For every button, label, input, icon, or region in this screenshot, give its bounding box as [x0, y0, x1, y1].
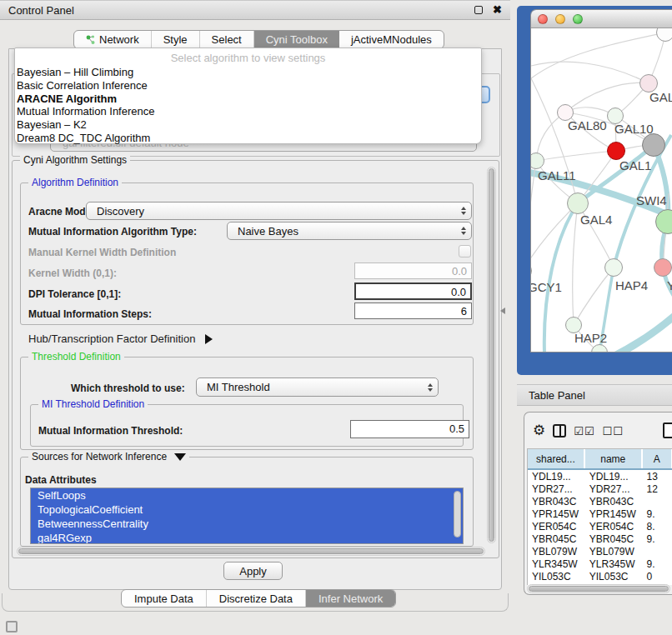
settings-vertical-scrollbar[interactable]	[487, 167, 496, 543]
aracne-mode-value: Discovery	[87, 205, 456, 218]
collapsed-arrow-icon[interactable]	[205, 334, 213, 344]
table-horizontal-scrollbar[interactable]	[527, 584, 670, 593]
table-row[interactable]: YBR043CYBR043C	[528, 495, 672, 508]
mi-threshold-value: 0.5	[449, 422, 464, 435]
expanded-arrow-icon[interactable]	[174, 453, 186, 461]
data-attribute-item[interactable]: gal4RGexp	[31, 531, 463, 544]
network-window[interactable]: GAL7GAL80GAL10GAL1GAL11GAL4SWI4HAP4YGCY1…	[530, 9, 672, 352]
network-node-hap4[interactable]	[604, 258, 623, 277]
bottom-tab-infer-network[interactable]: Infer Network	[306, 590, 395, 607]
deselect-all-checkboxes-icon[interactable]: ☐☐	[603, 425, 624, 438]
float-window-icon[interactable]	[474, 6, 483, 14]
kernel-width-field: 0.0	[354, 262, 472, 279]
algorithm-option[interactable]: Mutual Information Inference	[15, 105, 481, 118]
control-panel-title: Control Panel	[8, 4, 74, 17]
table-row[interactable]: YBR045CYBR045C9.	[528, 532, 672, 545]
which-threshold-select[interactable]: MI Threshold	[196, 378, 439, 397]
table-row[interactable]: YLR345WYLR345W9.	[528, 558, 672, 570]
attribute-list-scrollbar[interactable]	[454, 491, 461, 538]
table-row[interactable]: YBL079WYBL079W	[528, 545, 672, 558]
close-icon[interactable]: ✖	[493, 6, 502, 14]
column-header[interactable]: name	[585, 449, 643, 468]
manual-kernel-width-checkbox[interactable]	[459, 245, 471, 258]
gear-icon[interactable]: ⚙	[533, 423, 545, 438]
network-canvas[interactable]: GAL7GAL80GAL10GAL1GAL11GAL4SWI4HAP4YGCY1…	[531, 28, 672, 352]
table-cell: 9.	[643, 558, 672, 570]
network-node-gal1[interactable]	[607, 142, 625, 160]
node-label: SWI4	[636, 193, 667, 208]
algorithm-option[interactable]: Bayesian – K2	[15, 118, 481, 132]
minimize-traffic-light-icon[interactable]	[555, 14, 565, 24]
table-row[interactable]: YER054CYER054C8.	[528, 520, 672, 532]
table-cell: YBL079W	[585, 545, 643, 558]
tab-jactivemnodules[interactable]: jActiveMNodules	[339, 31, 444, 48]
hub-definition-expander[interactable]: Hub/Transcription Factor Definition	[28, 332, 213, 345]
node-label: GAL80	[568, 118, 607, 132]
table-row[interactable]: YDL19...YDL19...13	[528, 470, 672, 482]
data-attribute-item[interactable]: SelfLoops	[31, 488, 463, 502]
tab-cyni-toolbox[interactable]: Cyni Toolbox	[254, 31, 339, 48]
control-panel-titlebar[interactable]: Control Panel ✖	[0, 0, 510, 20]
tab-label: Cyni Toolbox	[266, 33, 328, 46]
aracne-mode-select[interactable]: Discovery	[86, 202, 472, 220]
mi-steps-field[interactable]: 6	[354, 302, 472, 319]
mi-threshold-label: Mutual Information Threshold:	[38, 425, 183, 437]
table-panel-titlebar[interactable]: Table Panel	[517, 384, 672, 406]
column-header[interactable]: A	[643, 449, 672, 468]
combo-arrows-icon	[423, 383, 438, 392]
kernel-width-value: 0.0	[452, 265, 467, 278]
table-cell: 12	[643, 482, 672, 495]
aracne-mode-label: Aracne Mode:	[28, 206, 94, 218]
data-attribute-item[interactable]: BetweennessCentrality	[31, 517, 463, 531]
node-table: shared...nameA YDL19...YDL19...13YDR27..…	[527, 448, 672, 585]
columns-icon[interactable]	[553, 424, 566, 438]
hub-definition-label: Hub/Transcription Factor Definition	[28, 332, 195, 345]
network-node-gal4[interactable]	[567, 192, 589, 214]
table-cell: YER054C	[585, 520, 643, 532]
algorithm-option[interactable]: Basic Correlation Inference	[15, 79, 481, 92]
select-all-checkboxes-icon[interactable]: ☑☑	[574, 425, 594, 438]
network-node-y[interactable]	[654, 258, 672, 277]
settings-horizontal-scrollbar[interactable]	[17, 547, 485, 556]
dpi-tolerance-label: DPI Tolerance [0,1]:	[28, 288, 121, 300]
table-window: ⚙ ☑☑ ☐☐ shared...nameA YDL19...YDL19...1…	[524, 412, 672, 595]
dpi-tolerance-field[interactable]: 0.0	[354, 282, 472, 300]
node-label: HAP2	[574, 331, 607, 345]
mi-algorithm-type-select[interactable]: Naive Bayes	[227, 222, 472, 240]
data-attributes-list[interactable]: SelfLoopsTopologicalCoefficientBetweenne…	[30, 488, 464, 544]
bottom-tab-impute-data[interactable]: Impute Data	[122, 590, 207, 607]
tab-style[interactable]: Style	[152, 31, 200, 48]
table-function-icon[interactable]	[663, 422, 672, 438]
mi-steps-label: Mutual Information Steps:	[28, 308, 152, 320]
algorithm-option[interactable]: ARACNE Algorithm	[15, 92, 481, 106]
data-attribute-item[interactable]: TopologicalCoefficient	[31, 502, 463, 517]
network-icon	[86, 34, 95, 45]
algorithm-definition-title: Algorithm Definition	[28, 177, 122, 188]
table-cell	[643, 545, 672, 558]
column-header[interactable]: shared...	[528, 449, 585, 468]
table-row[interactable]: YDR27...YDR27...12	[528, 482, 672, 495]
apply-button[interactable]: Apply	[223, 562, 283, 580]
table-row[interactable]: YIL053CYIL053C0	[528, 570, 672, 582]
algorithm-option[interactable]: Bayesian – Hill Climbing	[15, 66, 481, 79]
table-row[interactable]: YPR145WYPR145W9.	[528, 508, 672, 520]
sources-group-title[interactable]: Sources for Network Inference	[28, 451, 189, 462]
data-attributes-label: Data Attributes	[25, 474, 97, 486]
bottom-tab-discretize-data[interactable]: Discretize Data	[207, 590, 306, 607]
threshold-definition-title: Threshold Definition	[28, 351, 124, 362]
table-cell: YLR345W	[528, 558, 585, 570]
network-node[interactable]	[642, 133, 665, 157]
mi-threshold-field[interactable]: 0.5	[350, 420, 469, 438]
tab-select[interactable]: Select	[200, 31, 254, 48]
close-traffic-light-icon[interactable]	[538, 14, 548, 24]
node-label: GCY1	[531, 280, 562, 294]
algorithm-option[interactable]: Dream8 DC_TDC Algorithm	[15, 132, 481, 145]
zoom-traffic-light-icon[interactable]	[573, 14, 583, 24]
bottom-tabs: Impute DataDiscretize DataInfer Network	[121, 589, 396, 608]
split-divider-arrow-icon[interactable]	[500, 308, 505, 314]
network-window-titlebar[interactable]	[531, 10, 672, 28]
minimized-panel-icon[interactable]	[6, 621, 18, 632]
tab-network[interactable]: Network	[74, 31, 152, 48]
table-cell: 9.	[643, 532, 672, 545]
table-cell: YIL053C	[585, 570, 643, 582]
